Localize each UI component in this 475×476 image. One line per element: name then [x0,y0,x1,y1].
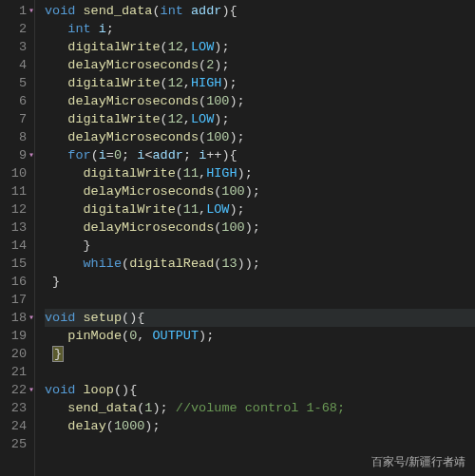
code-line[interactable]: digitalWrite(11,LOW); [45,200,475,219]
code-line[interactable]: send_data(1); //volume control 1-68; [45,399,475,417]
code-line[interactable] [45,363,475,381]
token-fn: delayMicroseconds [84,184,215,199]
token-pun: ; [152,419,160,433]
code-line[interactable]: digitalWrite(12,LOW); [45,110,475,128]
code-line[interactable]: delayMicroseconds(100); [45,219,475,237]
token-pun: , [183,40,191,54]
token-pun: ( [199,94,206,108]
code-line[interactable]: digitalWrite(12,HIGH); [45,74,475,92]
code-line[interactable]: void send_data(int addr){ [45,2,475,20]
token-fn: send_data [67,401,137,415]
code-line[interactable]: for(i=0; i<addr; i++){ [45,146,475,164]
token-kw: for [67,148,90,162]
token-ident: addr [191,4,221,18]
token-const: LOW [191,112,214,126]
token-pun: ( [106,419,114,433]
token-num: 12 [168,76,183,90]
token-pun: ) [229,202,237,217]
token-fn: delayMicroseconds [67,130,199,144]
fold-marker-icon[interactable]: ▾ [28,2,34,20]
token-pun: { [230,148,238,162]
token-fn: digitalWrite [84,202,176,217]
token-op [75,4,83,18]
token-pun: ) [238,257,245,271]
fold-marker-icon[interactable]: ▾ [28,309,34,327]
code-line[interactable]: delayMicroseconds(100); [45,92,475,110]
token-op [168,401,176,415]
token-op: ++ [206,148,221,162]
token-num: 100 [221,220,244,235]
token-fn: loop [84,383,114,397]
token-num: 11 [183,166,199,181]
token-op [45,58,67,72]
code-line[interactable]: delayMicroseconds(100); [45,128,475,146]
code-line[interactable]: digitalWrite(12,LOW); [45,38,475,56]
token-pun: ) [245,184,253,199]
token-num: 1000 [114,419,144,433]
line-number: 1▾ [4,2,27,20]
code-line[interactable]: } [45,237,475,255]
code-line[interactable]: delayMicroseconds(100); [45,182,475,200]
token-pun: { [129,383,137,397]
token-op [45,76,67,90]
token-ident: i [99,22,106,36]
code-line[interactable]: while(digitalRead(13)); [45,255,475,273]
line-number: 9▾ [4,146,27,164]
token-pun: ) [238,166,245,181]
code-line[interactable]: pinMode(0, OUTPUT); [45,327,475,345]
token-pun: { [229,4,237,18]
token-op [75,383,83,397]
code-editor[interactable]: 1▾23456789▾101112131415161718▾19202122▾2… [0,0,475,476]
token-op [45,419,67,433]
token-pun: ; [238,130,245,144]
code-line[interactable]: delay(1000); [45,417,475,435]
token-fn: digitalWrite [67,76,160,90]
token-pun: ( [199,130,206,144]
line-number: 3 [4,38,27,56]
line-number: 6 [4,92,27,110]
code-area[interactable]: void send_data(int addr){ int i; digital… [35,0,475,476]
token-const: LOW [191,40,214,54]
line-number: 20 [4,345,27,363]
line-number: 12 [4,200,27,219]
token-op [45,40,67,54]
token-num: 12 [168,112,183,126]
code-line[interactable]: void loop(){ [45,381,475,399]
token-fn: digitalWrite [67,40,160,54]
token-pun: , [199,166,206,181]
code-line[interactable]: } [45,273,475,291]
code-line[interactable]: int i; [45,20,475,38]
watermark: 百家号/新疆行者靖 [371,454,466,470]
token-pun: ( [122,257,129,271]
token-kw: void [45,4,75,18]
token-pun: ( [161,112,168,126]
token-cmt: //volume control 1-68; [176,401,345,415]
token-pun: } [52,275,60,289]
code-line[interactable] [45,291,475,309]
line-number: 25 [4,435,27,453]
token-pun: ; [253,220,260,235]
code-line[interactable]: digitalWrite(11,HIGH); [45,164,475,182]
token-pun: ; [183,148,191,162]
token-num: 0 [114,148,122,162]
token-pun: ) [199,329,206,343]
line-number: 15 [4,255,27,273]
token-op [45,112,67,126]
fold-marker-icon[interactable]: ▾ [28,146,34,164]
line-number: 11 [4,182,27,200]
token-pun: ; [221,112,229,126]
token-op: = [106,148,114,162]
fold-marker-icon[interactable]: ▾ [28,381,34,399]
token-op [91,22,99,36]
token-pun: ) [221,148,229,162]
token-op [45,347,52,361]
token-pun: ( [161,76,168,90]
code-line[interactable]: void setup(){ [45,309,475,327]
token-pun: ; [106,22,114,36]
token-num: 11 [183,202,199,217]
code-line[interactable] [45,435,475,453]
code-line[interactable]: } [45,345,475,363]
token-op [45,94,67,108]
code-line[interactable]: delayMicroseconds(2); [45,56,475,74]
token-pun: , [183,76,191,90]
